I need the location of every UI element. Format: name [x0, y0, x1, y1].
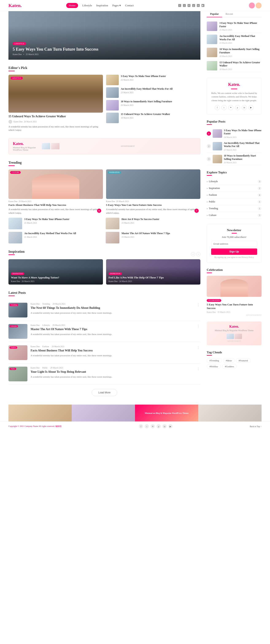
pi-icon[interactable]: p — [192, 4, 195, 7]
about-tw[interactable]: t — [222, 105, 226, 110]
explore-item-0[interactable]: › Lifestyle 3 — [207, 178, 262, 185]
ep-side-title-3[interactable]: 15 Unheard Ways To Achieve Greater Walke… — [121, 113, 170, 116]
nav-contact[interactable]: Contact — [125, 4, 134, 7]
explore-item-5[interactable]: › Culture 3 — [207, 212, 262, 219]
lp-more-0[interactable]: ⋮ — [196, 303, 200, 307]
about-underline — [231, 88, 237, 89]
about-li[interactable]: in — [242, 105, 247, 110]
explore-arrow-2: › — [207, 194, 208, 196]
trend-small-0: 3 Easy Ways To Make Your iPhone Faster 2… — [8, 218, 103, 229]
ep-side-title-2[interactable]: 10 Ways to Immediately Start Selling Fur… — [121, 100, 172, 103]
avatar-1[interactable] — [249, 2, 255, 8]
sidebar-post-title-2[interactable]: 10 Ways to Immediately Start Selling Fur… — [220, 48, 262, 54]
inspiration-prev[interactable]: ‹ — [191, 252, 195, 256]
tag-0[interactable]: #Trending — [207, 358, 222, 363]
ad-banner[interactable]: Katen. Minimal Blog & Magazine WordPress… — [8, 138, 200, 154]
celebration-meta: Katen Doe · 19 March 2021 — [207, 311, 262, 313]
footer-gallery-wrapper: Minimal on Blog & Magazine WordPress The… — [0, 404, 270, 422]
about-pi[interactable]: p — [235, 105, 240, 110]
footer-tw[interactable]: t — [145, 424, 149, 428]
newsletter-signup-button[interactable]: Sign Up — [211, 248, 257, 255]
tags-container: #Trending #Ideas #Featured #Holiday #God… — [207, 358, 262, 369]
sidebar-post-body-1: An Incredibly Easy Method That Works For… — [220, 34, 262, 44]
tag-2[interactable]: #Featured — [236, 358, 250, 363]
trend-small-title-3[interactable]: Master The Art Of Nature With These 7 Ti… — [122, 232, 170, 235]
popular-post-title-2[interactable]: 10 Ways to Immediately Start Selling Fur… — [224, 154, 262, 161]
footer-fb[interactable]: f — [139, 424, 143, 428]
footer-yt[interactable]: ▶ — [168, 424, 172, 428]
insp-title-1[interactable]: Feel Like A Pro With The Help Of These 7… — [109, 276, 198, 280]
site-logo[interactable]: Katen. — [8, 3, 22, 8]
lp-title-2[interactable]: Facts About Business That Will Help You … — [30, 349, 193, 352]
fg-item-0 — [8, 404, 72, 422]
yt-icon[interactable]: ▶ — [202, 4, 204, 7]
lp-tag-1: Lifestyle — [10, 325, 18, 328]
about-ig[interactable]: ✦ — [228, 105, 233, 110]
footer-pi[interactable]: p — [156, 424, 161, 428]
footer-ig[interactable]: ✦ — [150, 424, 155, 428]
avatar-2[interactable] — [256, 2, 262, 8]
about-fb[interactable]: f — [215, 105, 220, 110]
lp-body-0: Katen Doe · Trending · 29 March 2021 The… — [30, 303, 193, 314]
ep-side-title-1[interactable]: An Incredibly Easy Method That Works For… — [121, 87, 173, 91]
insp-title-0[interactable]: Want To Have A More Appealing Tattoo? — [11, 276, 100, 280]
trend-small-meta-3: 19 March 2021 — [122, 236, 170, 238]
celebration-post-title[interactable]: 5 Easy Ways You Can Turn Future Into Suc… — [207, 303, 262, 310]
tag-3[interactable]: #Holiday — [207, 364, 221, 369]
inspiration-grid: Inspiration Want To Have A More Appealin… — [8, 259, 200, 284]
ep-main-title[interactable]: 15 Unheard Ways To Achieve Greater Walke… — [8, 114, 103, 118]
trend-small-title-0[interactable]: 3 Easy Ways To Make Your iPhone Faster — [24, 218, 70, 221]
sidebar-post-title-3[interactable]: 15 Unheard Ways To Achieve Greater Walke… — [220, 61, 262, 68]
about-widget: Katen. Hello, We are content writer who … — [207, 78, 262, 114]
about-yt[interactable]: ▶ — [248, 105, 254, 110]
explore-item-1[interactable]: › Inspiration 2 — [207, 185, 262, 192]
popular-post-title-0[interactable]: 3 Easy Ways To Make Your iPhone Faster — [224, 129, 262, 136]
lp-title-3[interactable]: Your Light Is About To Stop Being Releva… — [30, 370, 193, 374]
inspiration-next[interactable]: › — [196, 252, 200, 256]
li-icon[interactable]: in — [197, 4, 200, 7]
celebration-title: Celebration — [207, 268, 262, 272]
nav-pages[interactable]: Pages ▾ — [112, 4, 121, 7]
lp-title-0[interactable]: The Next 60 Things To Immediately Do Abo… — [30, 306, 193, 310]
nav-home[interactable]: Home — [66, 3, 78, 8]
lp-more-2[interactable]: ⋮ — [196, 345, 200, 350]
ep-side-title-0[interactable]: 3 Easy Ways To Make Your iPhone Faster — [121, 75, 166, 78]
newsletter-email-input[interactable] — [211, 241, 257, 247]
lp-more-1[interactable]: ⋮ — [196, 324, 200, 328]
inspiration-underline — [8, 254, 15, 255]
fg-item-3 — [198, 404, 262, 422]
sidebar-ad[interactable]: Katen. Minimal Blog & Magazine WordPress… — [207, 322, 262, 345]
ad-preview — [42, 143, 60, 149]
back-to-top-link[interactable]: Back to Top ↑ — [250, 425, 262, 428]
tab-recent[interactable]: Recent — [222, 11, 236, 17]
tw-icon[interactable]: t — [183, 4, 186, 7]
load-more-button[interactable]: Load More — [92, 389, 117, 396]
trend-meta-1: Katen Doe 29 March 2021 — [106, 200, 200, 202]
lp-title-1[interactable]: Master The Art Of Nature With These 7 Ti… — [30, 328, 193, 331]
fb-icon[interactable]: f — [178, 4, 181, 7]
nav-inspiration[interactable]: Inspiration — [96, 4, 108, 7]
sidebar-post-title-1[interactable]: An Incredibly Easy Method That Works For… — [220, 34, 262, 41]
lp-body-3: Katen Doe · Public · 29 March 2021 Your … — [30, 366, 193, 378]
trend-post-title-0[interactable]: Facts About Business That Will Help You … — [8, 203, 103, 207]
tag-4[interactable]: #Goddess — [222, 364, 237, 369]
tab-popular[interactable]: Popular — [207, 11, 222, 17]
ep-side-meta-0: 25 March 2021 — [121, 79, 166, 81]
trend-post-title-1[interactable]: 5 Easy Ways You Can Turn Future Into Suc… — [106, 203, 200, 207]
ig-icon[interactable]: ✦ — [188, 4, 190, 7]
lp-cat-0: Trending — [42, 303, 50, 305]
explore-item-2[interactable]: › Fashion 4 — [207, 192, 262, 198]
tag-1[interactable]: #Ideas — [223, 358, 234, 363]
footer-li[interactable]: in — [162, 424, 167, 428]
sidebar-post-title-0[interactable]: 3 Easy Ways To Make Your iPhone Faster — [220, 22, 262, 28]
explore-item-3[interactable]: › Public 1 — [207, 198, 262, 205]
nav-lifestyle[interactable]: Lifestyle — [82, 4, 92, 7]
trend-small-title-1[interactable]: Here Are 8 Ways To Success Faster — [122, 218, 159, 221]
trend-small-meta-0: 25 March 2021 — [24, 222, 70, 224]
trend-small-3: Master The Art Of Nature With These 7 Ti… — [106, 232, 200, 244]
trend-small-title-2[interactable]: An Incredibly Easy Method That Works For… — [24, 232, 76, 235]
trend-small-2: An Incredibly Easy Method That Works For… — [8, 232, 103, 244]
lp-more-3[interactable]: ⋮ — [196, 366, 200, 371]
explore-item-4[interactable]: › Trending 1 — [207, 205, 262, 212]
popular-post-title-1[interactable]: An Incredibly Easy Method That Works For… — [224, 142, 262, 148]
